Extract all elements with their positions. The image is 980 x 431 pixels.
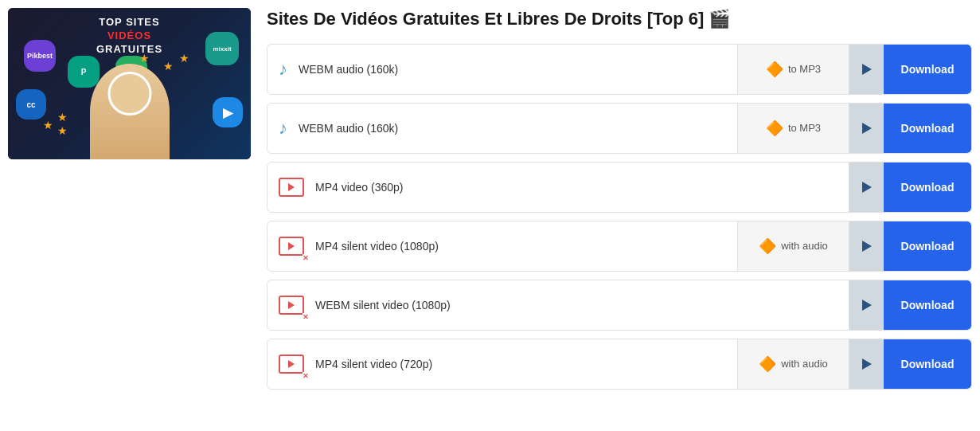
play-triangle-4 [862,241,872,252]
video-icon-6 [279,355,304,374]
row-badge-1: 🔶 to MP3 [737,45,849,94]
thumbnail-image: TOP SITES VIDÉOS GRATUITES Pikbest P mix… [8,8,251,159]
play-triangle-1 [862,64,872,75]
play-triangle-6 [862,359,872,370]
download-row-5: WEBM silent video (1080p) Download [267,280,972,331]
download-row-2: ♪ WEBM audio (160k) 🔶 to MP3 Download [267,103,972,154]
download-row-3: MP4 video (360p) Download [267,162,972,213]
play-button-3[interactable] [849,163,884,212]
star-6: ★ [179,52,189,65]
play-button-1[interactable] [849,45,884,94]
play-button-6[interactable] [849,339,884,389]
vlc-icon-1: 🔶 [766,61,783,78]
play-triangle-3 [862,182,872,193]
row-badge-2: 🔶 to MP3 [737,104,849,153]
badge-text-1: to MP3 [788,63,821,75]
download-button-3[interactable]: Download [884,163,971,212]
star-4: ★ [139,52,150,65]
star-3: ★ [57,124,68,137]
download-button-4[interactable]: Download [884,221,971,271]
row-badge-6: 🔶 with audio [737,339,849,389]
row-label-6: MP4 silent video (720p) [315,350,737,378]
video-icon-4 [279,237,304,256]
row-label-3: MP4 video (360p) [315,173,849,202]
content-section: Sites De Vidéos Gratuites Et Libres De D… [267,8,972,423]
download-row-4: MP4 silent video (1080p) 🔶 with audio Do… [267,221,972,272]
page-title: Sites De Vidéos Gratuites Et Libres De D… [267,8,972,31]
person-head [107,72,151,116]
video-icon-3 [279,178,304,197]
play-button-4[interactable] [849,221,884,271]
row-badge-4: 🔶 with audio [737,221,849,271]
row-label-1: WEBM audio (160k) [299,55,737,84]
vlc-icon-4: 🔶 [759,237,776,255]
music-icon-2: ♪ [267,118,299,139]
star-1: ★ [57,111,68,123]
play-button-2[interactable] [849,104,884,153]
download-button-2[interactable]: Download [884,104,971,153]
download-button-1[interactable]: Download [884,45,971,94]
row-label-5: WEBM silent video (1080p) [315,291,849,319]
row-label-2: WEBM audio (160k) [299,114,737,143]
video-icon-5 [279,296,304,315]
music-icon-1: ♪ [267,59,299,80]
download-row-6: MP4 silent video (720p) 🔶 with audio Dow… [267,339,972,390]
star-2: ★ [43,119,53,131]
badge-text-4: with audio [781,240,828,252]
thumbnail-section: TOP SITES VIDÉOS GRATUITES Pikbest P mix… [8,8,251,423]
play-button-5[interactable] [849,280,884,330]
row-label-4: MP4 silent video (1080p) [315,232,737,261]
badge-text-2: to MP3 [788,122,821,134]
video-icon-wrap-5 [267,296,315,315]
badge-text-6: with audio [781,358,828,370]
video-icon-wrap-4 [267,237,315,256]
play-triangle-2 [862,123,872,134]
video-icon-wrap-3 [267,178,315,197]
download-button-5[interactable]: Download [884,280,971,330]
star-5: ★ [163,60,174,72]
download-row-1: ♪ WEBM audio (160k) 🔶 to MP3 Download [267,44,972,95]
download-button-6[interactable]: Download [884,339,971,389]
vlc-icon-6: 🔶 [759,355,776,373]
play-triangle-5 [862,300,872,311]
vlc-icon-2: 🔶 [766,120,783,137]
video-icon-wrap-6 [267,355,315,374]
